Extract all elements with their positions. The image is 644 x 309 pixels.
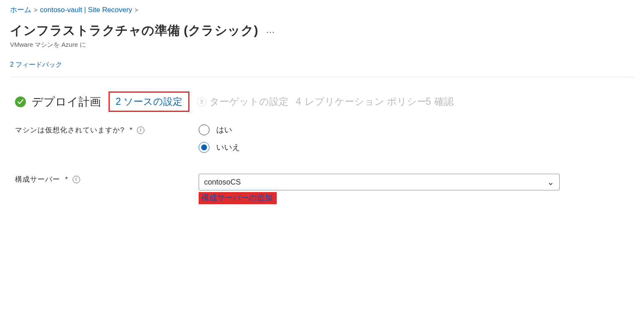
step-label: ソースの設定: [124, 95, 182, 108]
radio-icon: [199, 124, 210, 135]
step-source-settings[interactable]: 2 ソースの設定: [109, 91, 189, 112]
breadcrumb-home[interactable]: ホーム: [10, 5, 31, 15]
virtualized-label: マシンは仮想化されていますか?: [15, 125, 124, 135]
chevron-right-icon: >: [135, 6, 139, 13]
radio-no-label: いいえ: [216, 142, 240, 153]
feedback-link[interactable]: 2 フィードバック: [10, 61, 62, 68]
breadcrumb-vault[interactable]: contoso-vault | Site Recovery: [40, 6, 132, 14]
config-server-label: 構成サーバー: [15, 175, 60, 184]
info-icon[interactable]: i: [137, 127, 144, 134]
more-actions-button[interactable]: …: [266, 25, 276, 37]
config-server-select[interactable]: contosoCS ⌄: [199, 174, 560, 190]
page-title: インフラストラクチャの準備 (クラシック): [10, 22, 258, 39]
page-subtitle: VMware マシンを Azure に: [10, 41, 634, 49]
step-label: ターゲットの設定: [210, 95, 288, 108]
step-label: デプロイ計画: [32, 94, 101, 109]
radio-yes-label: はい: [216, 124, 232, 135]
step-deploy-plan[interactable]: デプロイ計画: [15, 94, 101, 109]
step-confirm[interactable]: 5 確認: [426, 95, 454, 108]
config-server-value: contosoCS: [204, 178, 241, 187]
feedback-label: フィードバック: [15, 61, 62, 68]
required-marker: *: [65, 175, 68, 184]
step-number: 2: [116, 96, 121, 107]
chevron-right-icon: >: [34, 6, 38, 13]
chevron-down-icon: ⌄: [547, 177, 554, 187]
step-number: 5: [426, 96, 431, 107]
radio-yes[interactable]: はい: [199, 124, 240, 135]
step-label: 確認: [434, 95, 454, 108]
required-marker: *: [129, 126, 133, 134]
step-number: 4: [296, 96, 301, 107]
step-label: レプリケーション ポリシー: [305, 95, 427, 108]
highlight-box: 構成サーバーの追加: [199, 192, 277, 204]
info-icon[interactable]: i: [73, 176, 80, 183]
add-config-server-link[interactable]: 構成サーバーの追加: [201, 193, 273, 202]
radio-icon: [199, 142, 210, 153]
feedback-number: 2: [10, 61, 14, 68]
wizard-steps: デプロイ計画 2 ソースの設定 3 ターゲットの設定 4 レプリケーション ポリ…: [10, 91, 634, 112]
check-icon: [15, 96, 26, 107]
step-target-settings[interactable]: 3 ターゲットの設定: [197, 95, 288, 108]
radio-no[interactable]: いいえ: [199, 142, 240, 153]
step-number: 3: [197, 97, 206, 106]
breadcrumb: ホーム > contoso-vault | Site Recovery >: [10, 5, 634, 15]
step-replication-policy[interactable]: 4 レプリケーション ポリシー: [296, 95, 427, 108]
virtualized-radio-group: はい いいえ: [199, 124, 240, 153]
